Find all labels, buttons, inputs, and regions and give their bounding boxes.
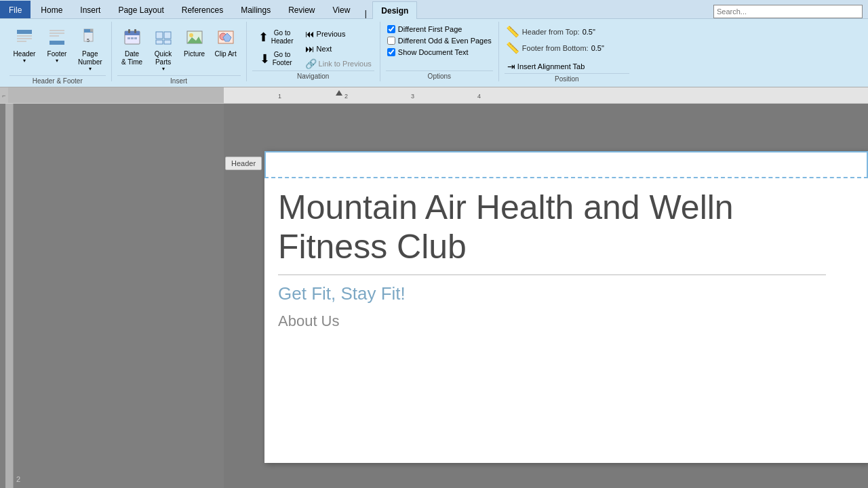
svg-rect-4 — [50, 30, 64, 31]
options-group-label: Options — [386, 70, 493, 81]
different-first-page-option[interactable]: Different First Page — [386, 24, 493, 34]
svg-rect-3 — [17, 41, 26, 42]
header-dropdown-arrow[interactable]: ▾ — [23, 58, 26, 64]
link-to-previous-button[interactable]: 🔗 Link to Previous — [302, 57, 374, 70]
svg-text:5: 5 — [87, 38, 90, 43]
link-previous-label: Link to Previous — [319, 60, 372, 68]
ruler-corner: ⌐ — [0, 87, 8, 103]
clip-art-button[interactable]: Clip Art — [211, 24, 241, 62]
tab-file[interactable]: File — [0, 1, 31, 18]
date-time-button-label: Date & Time — [121, 50, 142, 66]
tab-insert-label: Insert — [80, 5, 100, 15]
tab-references[interactable]: References — [173, 1, 232, 18]
header-from-top-label: Header from Top: — [522, 28, 580, 36]
header-from-top-value: 0.5" — [583, 28, 595, 36]
tab-design[interactable]: Design — [372, 1, 417, 19]
show-document-text-option[interactable]: Show Document Text — [386, 47, 493, 57]
show-document-text-label: Show Document Text — [398, 48, 469, 56]
different-odd-even-checkbox[interactable] — [387, 37, 395, 45]
page-number-dropdown-arrow[interactable]: ▾ — [89, 66, 92, 72]
svg-rect-1 — [17, 35, 32, 37]
document-title-line1: Mountain Air Health and Welln — [278, 188, 854, 228]
ruler-body: 1 2 3 4 — [224, 87, 868, 103]
goto-footer-icon: ⬇ — [260, 52, 270, 66]
header-from-top-icon: 📏 — [506, 25, 519, 38]
ruler-mark-2: 2 — [344, 93, 348, 100]
tab-review-label: Review — [288, 5, 315, 15]
svg-rect-19 — [164, 32, 171, 39]
goto-footer-label: Go to Footer — [273, 51, 292, 67]
quick-parts-icon — [154, 28, 173, 49]
header-button[interactable]: Header ▾ — [9, 24, 39, 67]
ribbon-group-position: 📏 Header from Top: 0.5" 📏 Footer from Bo… — [499, 22, 635, 81]
show-document-text-checkbox[interactable] — [387, 48, 395, 56]
sidebar: 2 — [0, 104, 224, 488]
navigation-group-label: Navigation — [252, 70, 374, 81]
header-from-top-row: 📏 Header from Top: 0.5" — [505, 24, 629, 39]
page-number-button[interactable]: 5 Page Number ▾ — [75, 24, 106, 75]
footer-from-bottom-value: 0.5" — [591, 44, 604, 52]
svg-rect-0 — [17, 30, 32, 34]
next-button[interactable]: ⏭ Next — [302, 42, 374, 56]
insert-alignment-tab-button[interactable]: ⇥ Insert Alignment Tab — [505, 60, 629, 73]
different-first-page-checkbox[interactable] — [387, 25, 395, 33]
document-page: Page: 2 Header Mountain Air Health and W… — [264, 151, 868, 463]
tab-stop-marker[interactable] — [336, 90, 342, 96]
goto-header-icon: ⬆ — [258, 30, 269, 45]
search-input[interactable] — [713, 5, 863, 18]
tab-file-label: File — [9, 5, 22, 15]
next-label: Next — [317, 45, 332, 53]
clip-art-button-label: Clip Art — [214, 50, 236, 58]
ruler-mark-1: 1 — [278, 93, 281, 100]
next-icon: ⏭ — [305, 43, 315, 54]
tab-view[interactable]: View — [324, 1, 359, 18]
different-first-page-label: Different First Page — [398, 25, 462, 33]
previous-label: Previous — [317, 30, 346, 38]
footer-icon — [47, 28, 66, 49]
ruler-left-gray — [8, 87, 224, 103]
quick-parts-button[interactable]: Quick Parts ▾ — [149, 24, 178, 75]
document-subtitle: Get Fit, Stay Fit! — [278, 283, 854, 304]
insert-group-label: Insert — [117, 75, 241, 86]
document-area: Page: 2 Header Mountain Air Health and W… — [224, 104, 868, 488]
footer-from-bottom-row: 📏 Footer from Bottom: 0.5" — [505, 41, 629, 55]
tab-mailings-label: Mailings — [241, 5, 271, 15]
header-icon — [15, 28, 34, 49]
tab-design-label: Design — [381, 6, 408, 16]
svg-rect-13 — [128, 29, 130, 33]
clip-art-icon — [216, 28, 235, 49]
picture-button[interactable]: Picture — [180, 24, 210, 62]
date-time-icon — [123, 28, 142, 49]
date-time-button[interactable]: Date & Time — [117, 24, 147, 70]
footer-dropdown-arrow[interactable]: ▾ — [56, 58, 58, 64]
tab-page-layout[interactable]: Page Layout — [109, 1, 172, 18]
tab-home[interactable]: Home — [32, 1, 71, 18]
goto-header-label: Go to Header — [271, 29, 294, 45]
header-tag: Header — [225, 157, 262, 170]
svg-rect-15 — [127, 37, 130, 39]
position-group-label: Position — [505, 73, 629, 84]
svg-rect-17 — [134, 37, 137, 39]
previous-button[interactable]: ⏮ Previous — [302, 27, 374, 41]
goto-header-button[interactable]: ⬆ Go to Header — [252, 27, 300, 47]
tab-mailings[interactable]: Mailings — [232, 1, 279, 18]
svg-rect-5 — [50, 33, 64, 34]
svg-point-23 — [189, 33, 193, 37]
tab-insert[interactable]: Insert — [71, 1, 109, 18]
header-region[interactable]: Header — [264, 151, 868, 178]
footer-from-bottom-label: Footer from Bottom: — [522, 44, 589, 52]
tab-review[interactable]: Review — [279, 1, 323, 18]
quick-parts-dropdown-arrow[interactable]: ▾ — [162, 66, 165, 72]
different-odd-even-label: Different Odd & Even Pages — [398, 37, 492, 45]
document-section: About Us — [278, 312, 854, 330]
insert-alignment-label: Insert Alignment Tab — [517, 62, 585, 70]
svg-rect-7 — [50, 41, 64, 45]
insert-alignment-icon: ⇥ — [507, 61, 515, 72]
different-odd-even-option[interactable]: Different Odd & Even Pages — [386, 36, 493, 45]
svg-rect-18 — [156, 32, 163, 39]
svg-rect-16 — [131, 37, 134, 39]
footer-button[interactable]: Footer ▾ — [42, 24, 72, 67]
svg-rect-2 — [17, 38, 32, 39]
goto-footer-button[interactable]: ⬇ Go to Footer — [252, 49, 300, 69]
header-footer-group-label: Header & Footer — [9, 75, 106, 86]
